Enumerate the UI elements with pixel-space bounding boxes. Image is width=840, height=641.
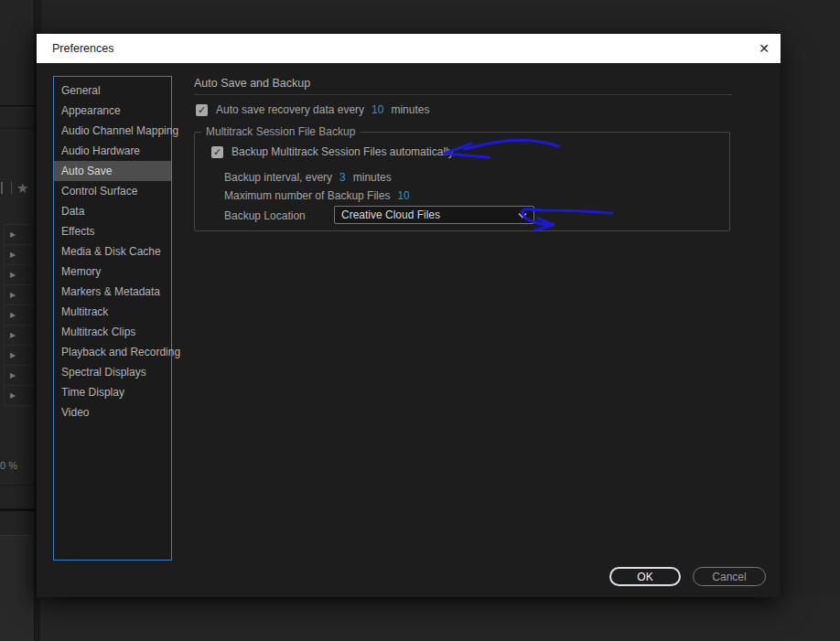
- ok-button[interactable]: OK: [609, 567, 681, 586]
- toolbar-separator: [11, 181, 12, 194]
- panel-divider: [0, 485, 34, 486]
- track-row: ▶: [5, 366, 34, 386]
- sidebar-item-markers-metadata[interactable]: Markers & Metadata: [54, 282, 171, 302]
- zoom-percent-label: 0 %: [0, 460, 17, 471]
- track-row: ▶: [5, 305, 34, 326]
- heading-divider: [194, 94, 732, 95]
- auto-save-recovery-label: Auto save recovery data every: [216, 103, 364, 116]
- clipped-icon: [1, 182, 3, 194]
- preferences-dialog: Preferences ✕ GeneralAppearanceAudio Cha…: [37, 34, 781, 597]
- max-backup-files-label: Maximum number of Backup Files: [224, 189, 390, 202]
- sidebar-item-time-display[interactable]: Time Display: [54, 382, 171, 402]
- track-row: ▶: [5, 285, 34, 305]
- auto-save-recovery-row: ✓ Auto save recovery data every 10 minut…: [196, 103, 429, 116]
- sidebar-item-audio-channel-mapping[interactable]: Audio Channel Mapping: [54, 121, 171, 141]
- sidebar-item-playback-and-recording[interactable]: Playback and Recording: [54, 342, 171, 362]
- sidebar-item-general[interactable]: General: [54, 80, 171, 101]
- close-icon[interactable]: ✕: [755, 39, 773, 58]
- sidebar-item-effects[interactable]: Effects: [54, 221, 171, 241]
- app-root: { "icons": { "close": "✕", "check": "✓",…: [0, 0, 840, 641]
- track-row: ▶: [5, 346, 34, 366]
- sidebar-item-multitrack-clips[interactable]: Multitrack Clips: [54, 322, 171, 342]
- multitrack-backup-group: Multitrack Session File Backup ✓ Backup …: [194, 132, 730, 231]
- track-row: ▶: [5, 326, 34, 346]
- auto-save-interval-unit: minutes: [391, 103, 429, 116]
- backup-interval-value[interactable]: 3: [339, 171, 346, 184]
- sidebar-item-control-surface[interactable]: Control Surface: [54, 181, 171, 201]
- auto-save-interval-value[interactable]: 10: [372, 103, 383, 116]
- background-lower-panel: [0, 535, 34, 641]
- expand-arrow-icon[interactable]: ▶: [10, 312, 16, 319]
- expand-arrow-icon[interactable]: ▶: [10, 352, 16, 359]
- track-row: ▶: [5, 225, 34, 245]
- page-title: Auto Save and Backup: [194, 77, 310, 90]
- backup-interval-row: Backup interval, every 3 minutes: [224, 171, 392, 184]
- track-row: ▶: [5, 386, 34, 406]
- backup-location-dropdown[interactable]: Creative Cloud Files: [334, 206, 534, 224]
- background-toolbar: ★: [0, 176, 34, 199]
- backup-interval-unit: minutes: [353, 171, 392, 184]
- track-row: ▶: [5, 265, 34, 285]
- background-bottom-panel: [40, 597, 840, 641]
- backup-automatically-row: ✓ Backup Multitrack Session Files automa…: [211, 145, 454, 158]
- star-icon[interactable]: ★: [16, 181, 28, 195]
- chevron-down-icon: [518, 212, 527, 219]
- backup-location-label: Backup Location: [224, 209, 306, 222]
- panel-divider: [0, 107, 34, 108]
- dialog-titlebar[interactable]: Preferences ✕: [37, 34, 781, 63]
- panel-divider: [0, 128, 34, 129]
- backup-automatically-label: Backup Multitrack Session Files automati…: [232, 145, 454, 158]
- backup-automatically-checkbox[interactable]: ✓: [211, 146, 223, 158]
- sidebar-item-media-disk-cache[interactable]: Media & Disk Cache: [54, 241, 171, 262]
- sidebar-item-multitrack[interactable]: Multitrack: [54, 302, 171, 322]
- sidebar-item-memory[interactable]: Memory: [54, 262, 171, 282]
- backup-location-value: Creative Cloud Files: [341, 208, 518, 221]
- sidebar-item-video[interactable]: Video: [54, 402, 171, 422]
- preferences-category-list: GeneralAppearanceAudio Channel MappingAu…: [53, 76, 172, 561]
- background-left-panel: ★ ▶▶▶▶▶▶▶▶▶ 0 %: [0, 0, 34, 641]
- track-row: ▶: [5, 245, 34, 265]
- backup-location-row: Backup Location Creative Cloud Files: [224, 209, 306, 222]
- track-row-list: ▶▶▶▶▶▶▶▶▶: [4, 224, 34, 406]
- expand-arrow-icon[interactable]: ▶: [10, 292, 16, 299]
- sidebar-item-spectral-displays[interactable]: Spectral Displays: [54, 362, 171, 382]
- panel-divider: [0, 508, 34, 511]
- sidebar-item-audio-hardware[interactable]: Audio Hardware: [54, 141, 171, 161]
- expand-arrow-icon[interactable]: ▶: [10, 272, 16, 279]
- auto-save-recovery-checkbox[interactable]: ✓: [196, 104, 208, 116]
- backup-interval-label: Backup interval, every: [224, 171, 332, 184]
- max-backup-files-row: Maximum number of Backup Files 10: [224, 189, 417, 202]
- expand-arrow-icon[interactable]: ▶: [10, 332, 16, 339]
- max-backup-files-value[interactable]: 10: [397, 189, 409, 202]
- expand-arrow-icon[interactable]: ▶: [10, 372, 16, 379]
- expand-arrow-icon[interactable]: ▶: [10, 392, 16, 400]
- multitrack-backup-legend: Multitrack Session File Backup: [201, 125, 360, 138]
- sidebar-item-appearance[interactable]: Appearance: [54, 101, 171, 121]
- expand-arrow-icon[interactable]: ▶: [10, 251, 16, 259]
- sidebar-item-data[interactable]: Data: [54, 201, 171, 221]
- sidebar-item-auto-save[interactable]: Auto Save: [54, 161, 171, 181]
- cancel-button[interactable]: Cancel: [693, 567, 766, 586]
- dialog-title: Preferences: [52, 42, 113, 55]
- expand-arrow-icon[interactable]: ▶: [10, 231, 16, 239]
